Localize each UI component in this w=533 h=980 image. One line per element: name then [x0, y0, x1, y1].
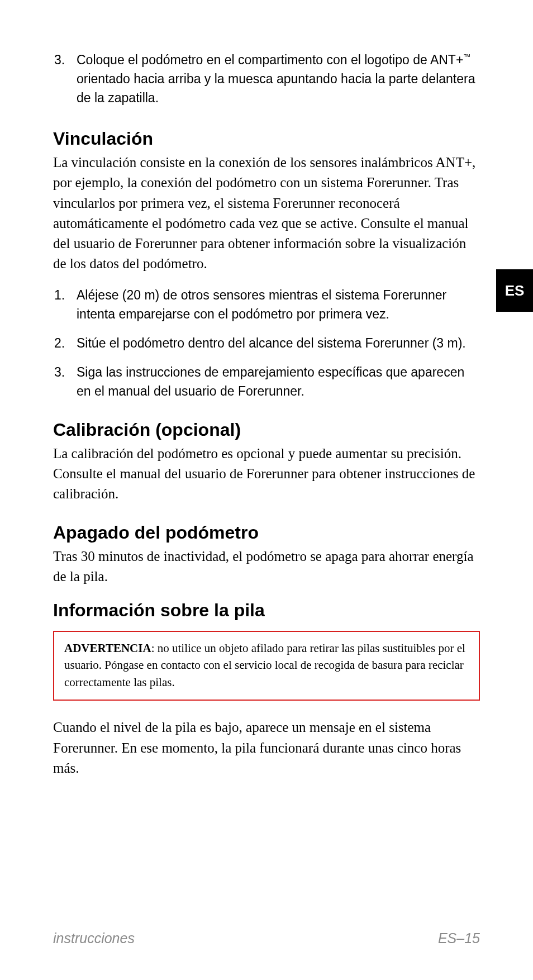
heading-pila: Información sobre la pila [53, 600, 480, 621]
list-number: 2. [53, 334, 77, 353]
footer-right: ES–15 [438, 930, 480, 946]
list-item: 3. Coloque el podómetro en el compartime… [53, 50, 480, 107]
language-tab: ES [496, 269, 533, 312]
body-apagado: Tras 30 minutos de inactividad, el podóm… [53, 546, 480, 587]
heading-apagado: Apagado del podómetro [53, 522, 480, 543]
list-text: Siga las instrucciones de emparejamiento… [77, 363, 480, 401]
list-text: Sitúe el podómetro dentro del alcance de… [77, 334, 480, 353]
list-number: 3. [53, 50, 77, 107]
section-vinculacion: Vinculación La vinculación consiste en l… [53, 129, 480, 401]
body-vinculacion: La vinculación consiste en la conexión d… [53, 153, 480, 274]
install-list-continued: 3. Coloque el podómetro en el compartime… [53, 50, 480, 107]
section-apagado: Apagado del podómetro Tras 30 minutos de… [53, 522, 480, 587]
page-content: 3. Coloque el podómetro en el compartime… [53, 50, 480, 778]
vinculacion-steps: 1. Aléjese (20 m) de otros sensores mien… [53, 286, 480, 401]
list-item: 3. Siga las instrucciones de emparejamie… [53, 363, 480, 401]
list-text: Coloque el podómetro en el compartimento… [77, 50, 480, 107]
page-footer: instrucciones ES–15 [53, 930, 480, 946]
heading-vinculacion: Vinculación [53, 129, 480, 149]
section-pila: Información sobre la pila ADVERTENCIA: n… [53, 600, 480, 778]
list-text: Aléjese (20 m) de otros sensores mientra… [77, 286, 480, 324]
heading-calibracion: Calibración (opcional) [53, 420, 480, 440]
body-calibracion: La calibración del podómetro es opcional… [53, 444, 480, 505]
body-pila: Cuando el nivel de la pila es bajo, apar… [53, 717, 480, 778]
trademark-symbol: ™ [463, 53, 470, 61]
warning-box: ADVERTENCIA: no utilice un objeto afilad… [53, 631, 480, 701]
footer-left: instrucciones [53, 930, 135, 946]
list-number: 1. [53, 286, 77, 324]
list-number: 3. [53, 363, 77, 401]
list-item: 1. Aléjese (20 m) de otros sensores mien… [53, 286, 480, 324]
section-calibracion: Calibración (opcional) La calibración de… [53, 420, 480, 505]
list-item: 2. Sitúe el podómetro dentro del alcance… [53, 334, 480, 353]
warning-label: ADVERTENCIA [64, 641, 151, 655]
